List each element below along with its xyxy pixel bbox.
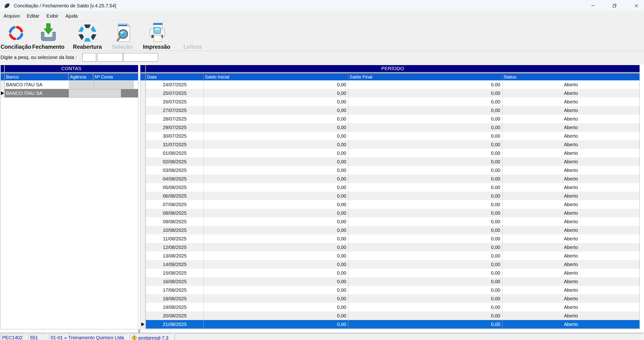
panel-splitter[interactable] (138, 329, 140, 333)
menu-exibir[interactable]: Exibir (43, 11, 62, 21)
periodo-row-gutter (140, 192, 146, 200)
periodo-data-cell: 13/08/2025 (146, 252, 204, 260)
contas-col-banco[interactable]: Banco (5, 73, 69, 80)
printer-icon (146, 22, 168, 43)
periodo-row[interactable]: 10/08/2025 0,00 0,00 Aberto (140, 226, 640, 234)
periodo-row[interactable]: 28/07/2025 0,00 0,00 Aberto (140, 115, 640, 123)
menu-editar[interactable]: Editar (23, 11, 43, 21)
periodo-status-cell: Aberto (502, 80, 640, 89)
periodo-row-gutter (140, 132, 146, 140)
menu-arquivo[interactable]: Arquivo (0, 11, 23, 21)
periodo-row-gutter (140, 269, 146, 277)
restore-button[interactable] (611, 2, 618, 9)
periodo-row[interactable]: 27/07/2025 0,00 0,00 Aberto (140, 106, 640, 115)
periodo-col-status[interactable]: Status (502, 73, 640, 80)
periodo-row[interactable]: 26/07/2025 0,00 0,00 Aberto (140, 97, 640, 106)
minimize-button[interactable] (589, 2, 597, 9)
contas-row[interactable]: BANCO ITAU SA (1, 80, 138, 89)
periodo-row[interactable]: 15/08/2025 0,00 0,00 Aberto (140, 269, 640, 277)
periodo-row[interactable]: 18/08/2025 0,00 0,00 Aberto (140, 294, 640, 303)
periodo-row[interactable]: 30/07/2025 0,00 0,00 Aberto (140, 132, 640, 140)
conciliacao-label: Conciliação (0, 44, 31, 50)
status-section-database: postgresql-7.3 (130, 334, 173, 340)
periodo-status-cell: Aberto (502, 260, 640, 269)
periodo-saldo-inicial-cell: 0,00 (204, 192, 348, 200)
periodo-data-cell: 10/08/2025 (146, 226, 204, 234)
conciliacao-button[interactable]: Conciliação (0, 21, 31, 50)
periodo-row[interactable]: 29/07/2025 0,00 0,00 Aberto (140, 123, 640, 132)
contas-col-nconta[interactable]: Nº Conta (94, 73, 138, 80)
reabertura-button[interactable]: Reabertura (73, 21, 102, 50)
periodo-status-cell: Aberto (502, 140, 640, 149)
contas-title: CONTAS (5, 65, 138, 72)
periodo-data-cell: 07/08/2025 (146, 200, 204, 209)
periodo-row[interactable]: 13/08/2025 0,00 0,00 Aberto (140, 252, 640, 260)
periodo-row[interactable]: 05/08/2025 0,00 0,00 Aberto (140, 183, 640, 192)
periodo-saldo-inicial-cell: 0,00 (204, 123, 348, 132)
periodo-row-gutter (140, 303, 146, 312)
periodo-row[interactable]: 04/08/2025 0,00 0,00 Aberto (140, 175, 640, 183)
contas-col-agencia[interactable]: Agência (69, 73, 94, 80)
periodo-row[interactable]: 24/07/2025 0,00 0,00 Aberto (140, 80, 640, 89)
periodo-saldo-inicial-cell: 0,00 (204, 320, 348, 329)
periodo-data-cell: 21/08/2025 (146, 320, 204, 329)
periodo-saldo-final-cell: 0,00 (348, 226, 502, 234)
periodo-row[interactable]: 01/08/2025 0,00 0,00 Aberto (140, 149, 640, 157)
contas-row-selected[interactable]: BANCO ITAU SA (1, 89, 138, 97)
minimize-icon (590, 2, 596, 9)
periodo-data-cell: 30/07/2025 (146, 132, 204, 140)
menu-ajuda[interactable]: Ajuda (62, 11, 81, 21)
periodo-row[interactable]: 25/07/2025 0,00 0,00 Aberto (140, 89, 640, 97)
periodo-data-cell: 05/08/2025 (146, 183, 204, 192)
periodo-row[interactable]: 08/08/2025 0,00 0,00 Aberto (140, 209, 640, 217)
contas-agencia-conta-cells (69, 89, 121, 97)
periodo-row[interactable]: 19/08/2025 0,00 0,00 Aberto (140, 303, 640, 312)
toolbar: Conciliação Fechamento Reabertura (0, 21, 644, 51)
periodo-col-data[interactable]: Data (146, 73, 204, 80)
search-input-3[interactable] (123, 53, 158, 62)
close-button[interactable] (632, 2, 640, 9)
periodo-saldo-inicial-cell: 0,00 (204, 277, 348, 286)
periodo-row-gutter (140, 217, 146, 226)
periodo-row[interactable]: 21/08/2025 0,00 0,00 Aberto (140, 320, 640, 329)
periodo-saldo-final-cell: 0,00 (348, 166, 502, 175)
periodo-data-cell: 27/07/2025 (146, 106, 204, 115)
periodo-row-gutter (140, 252, 146, 260)
search-input-2[interactable] (97, 53, 123, 62)
periodo-status-cell: Aberto (502, 166, 640, 175)
periodo-row[interactable]: 11/08/2025 0,00 0,00 Aberto (140, 234, 640, 243)
periodo-saldo-inicial-cell: 0,00 (204, 260, 348, 269)
periodo-row[interactable]: 12/08/2025 0,00 0,00 Aberto (140, 243, 640, 252)
periodo-saldo-final-cell: 0,00 (348, 277, 502, 286)
periodo-row[interactable]: 07/08/2025 0,00 0,00 Aberto (140, 200, 640, 209)
periodo-saldo-inicial-cell: 0,00 (204, 294, 348, 303)
periodo-row[interactable]: 20/08/2025 0,00 0,00 Aberto (140, 312, 640, 320)
periodo-col-saldo-final[interactable]: Saldo Final (348, 73, 502, 80)
impressao-button[interactable]: Impressão (143, 21, 170, 50)
search-label: Digite a pesq. ou selecione da lista : (0, 51, 77, 64)
periodo-row-gutter (140, 175, 146, 183)
periodo-panel: PERÍODO Data Saldo Inicial Saldo Final S… (140, 65, 640, 329)
app-icon (3, 2, 10, 9)
periodo-row[interactable]: 31/07/2025 0,00 0,00 Aberto (140, 140, 640, 149)
periodo-saldo-inicial-cell: 0,00 (204, 115, 348, 123)
status-bar: PEC1402 551 01-01 » Treinamento Quimico … (0, 333, 644, 340)
periodo-row[interactable]: 17/08/2025 0,00 0,00 Aberto (140, 286, 640, 294)
periodo-header-gutter (140, 73, 146, 80)
contas-row-gutter (1, 80, 5, 89)
periodo-saldo-inicial-cell: 0,00 (204, 252, 348, 260)
periodo-row-gutter (140, 115, 146, 123)
periodo-row[interactable]: 02/08/2025 0,00 0,00 Aberto (140, 157, 640, 166)
periodo-row[interactable]: 06/08/2025 0,00 0,00 Aberto (140, 192, 640, 200)
periodo-saldo-final-cell: 0,00 (348, 303, 502, 312)
search-input-1[interactable] (82, 53, 96, 62)
periodo-row[interactable]: 16/08/2025 0,00 0,00 Aberto (140, 277, 640, 286)
fechamento-button[interactable]: Fechamento (32, 21, 64, 50)
periodo-status-cell: Aberto (502, 303, 640, 312)
periodo-row[interactable]: 14/08/2025 0,00 0,00 Aberto (140, 260, 640, 269)
periodo-status-cell: Aberto (502, 234, 640, 243)
periodo-row[interactable]: 03/08/2025 0,00 0,00 Aberto (140, 166, 640, 175)
periodo-col-saldo-inicial[interactable]: Saldo Inicial (204, 73, 348, 80)
periodo-row[interactable]: 09/08/2025 0,00 0,00 Aberto (140, 217, 640, 226)
status-section-code: 551 (28, 334, 47, 340)
